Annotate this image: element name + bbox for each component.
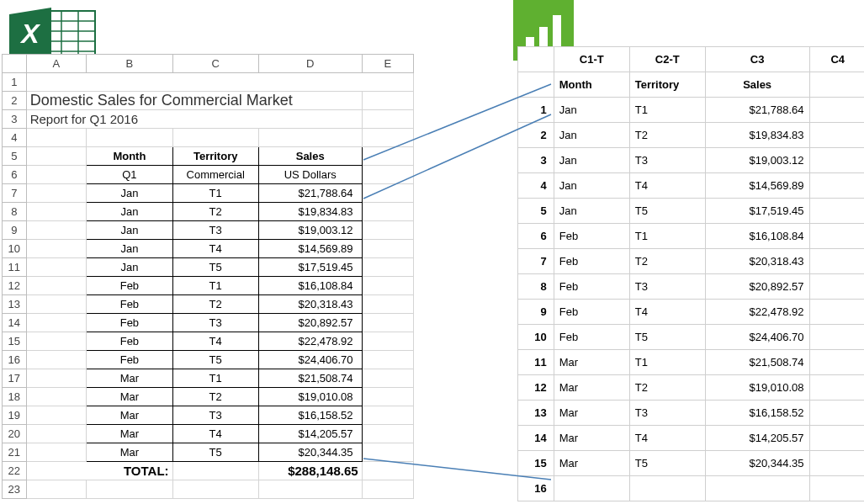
corner-cell[interactable] <box>3 55 27 73</box>
table-header-month[interactable]: Month <box>87 147 172 166</box>
cell[interactable] <box>87 480 172 499</box>
cell[interactable] <box>362 295 413 314</box>
table-header-territory[interactable]: Territory <box>172 147 258 166</box>
cell-territory[interactable]: T3 <box>629 274 705 300</box>
cell-month[interactable]: Jan <box>87 258 172 277</box>
cell-territory[interactable]: T2 <box>629 375 705 401</box>
cell[interactable] <box>26 203 87 221</box>
cell[interactable] <box>26 277 87 295</box>
cell[interactable] <box>809 123 864 148</box>
cell[interactable] <box>362 221 413 240</box>
cell-territory[interactable]: T5 <box>172 443 258 462</box>
col-header[interactable]: A <box>26 55 87 73</box>
cell-territory[interactable]: T1 <box>172 184 258 203</box>
report-title[interactable]: Domestic Sales for Commercial Market <box>26 92 362 110</box>
cell[interactable] <box>26 443 87 462</box>
cell-territory[interactable]: T5 <box>629 325 705 350</box>
cell[interactable] <box>26 221 87 240</box>
cell-sales[interactable]: $16,158.52 <box>705 401 809 426</box>
col-header[interactable]: E <box>362 55 413 73</box>
cell[interactable] <box>26 351 87 369</box>
cell[interactable] <box>809 476 864 501</box>
row-header[interactable]: 1 <box>3 73 27 92</box>
row-header[interactable]: 12 <box>3 277 27 295</box>
cell-territory[interactable]: T3 <box>172 314 258 332</box>
cell-sales[interactable]: $19,834.83 <box>258 203 362 221</box>
cell[interactable] <box>26 369 87 388</box>
cell[interactable] <box>172 480 258 499</box>
cell-sales[interactable]: $14,569.89 <box>705 173 809 199</box>
cell[interactable] <box>809 199 864 224</box>
cell[interactable] <box>362 258 413 277</box>
cell-sales[interactable]: $20,892.57 <box>705 274 809 300</box>
cell[interactable] <box>809 300 864 325</box>
cell-territory[interactable]: T5 <box>629 451 705 476</box>
cell[interactable] <box>362 351 413 369</box>
cell[interactable] <box>26 184 87 203</box>
row-header[interactable]: 7 <box>3 184 27 203</box>
cell-month[interactable]: Jan <box>87 221 172 240</box>
cell-territory[interactable]: T4 <box>629 300 705 325</box>
cell-territory[interactable]: T5 <box>629 199 705 224</box>
cell[interactable] <box>26 147 87 166</box>
cell-sales[interactable]: $20,318.43 <box>258 295 362 314</box>
cell-month[interactable]: Mar <box>87 425 172 443</box>
report-subtitle[interactable]: Report for Q1 2016 <box>26 110 362 129</box>
cell-sales[interactable]: $16,158.52 <box>258 406 362 425</box>
cell[interactable] <box>809 274 864 300</box>
cell-territory[interactable]: T4 <box>172 240 258 258</box>
cell[interactable] <box>26 166 87 184</box>
col-header[interactable]: C4 <box>809 47 864 72</box>
cell-sales[interactable]: $20,892.57 <box>258 314 362 332</box>
row-header[interactable]: 20 <box>3 425 27 443</box>
cell[interactable] <box>362 129 413 147</box>
cell[interactable] <box>26 73 413 92</box>
cell-territory[interactable]: T1 <box>172 277 258 295</box>
cell-month[interactable]: Jan <box>554 173 629 199</box>
cell[interactable] <box>362 462 413 480</box>
cell-month[interactable]: Mar <box>554 451 629 476</box>
cell-sales[interactable]: $22,478.92 <box>705 300 809 325</box>
row-header[interactable]: 10 <box>3 240 27 258</box>
table-subheader[interactable]: Q1 <box>87 166 172 184</box>
cell-month[interactable]: Mar <box>87 369 172 388</box>
cell[interactable] <box>705 476 809 501</box>
cell-territory[interactable]: T3 <box>172 406 258 425</box>
cell[interactable] <box>809 249 864 274</box>
row-header[interactable]: 9 <box>518 300 554 325</box>
row-header[interactable]: 11 <box>518 350 554 375</box>
cell-territory[interactable]: T3 <box>172 221 258 240</box>
cell[interactable] <box>809 451 864 476</box>
cell[interactable] <box>809 72 864 98</box>
cell[interactable] <box>26 129 87 147</box>
cell[interactable] <box>362 110 413 129</box>
cell-sales[interactable]: $16,108.84 <box>258 277 362 295</box>
cell-month[interactable]: Mar <box>554 350 629 375</box>
cell[interactable] <box>362 425 413 443</box>
cell[interactable] <box>362 388 413 406</box>
cell-sales[interactable]: $14,205.57 <box>258 425 362 443</box>
cell[interactable] <box>26 314 87 332</box>
total-label[interactable]: TOTAL: <box>26 462 172 480</box>
table-header-month[interactable]: Month <box>554 72 629 98</box>
cell[interactable] <box>362 240 413 258</box>
cell-sales[interactable]: $19,003.12 <box>705 148 809 173</box>
cell-month[interactable]: Jan <box>554 123 629 148</box>
cell-territory[interactable]: T2 <box>172 388 258 406</box>
cell[interactable] <box>26 295 87 314</box>
cell-sales[interactable]: $21,788.64 <box>705 98 809 123</box>
cell-sales[interactable]: $17,519.45 <box>258 258 362 277</box>
cell[interactable] <box>26 406 87 425</box>
row-header[interactable]: 11 <box>3 258 27 277</box>
cell-sales[interactable]: $19,003.12 <box>258 221 362 240</box>
cell-sales[interactable]: $19,010.08 <box>705 375 809 401</box>
cell-territory[interactable]: T4 <box>172 332 258 351</box>
table-subheader[interactable]: US Dollars <box>258 166 362 184</box>
cell[interactable] <box>362 203 413 221</box>
cell-month[interactable]: Mar <box>554 426 629 451</box>
row-header[interactable]: 4 <box>3 129 27 147</box>
row-header[interactable]: 14 <box>518 426 554 451</box>
cell-sales[interactable]: $21,788.64 <box>258 184 362 203</box>
cell-sales[interactable]: $21,508.74 <box>258 369 362 388</box>
row-header[interactable]: 8 <box>518 274 554 300</box>
